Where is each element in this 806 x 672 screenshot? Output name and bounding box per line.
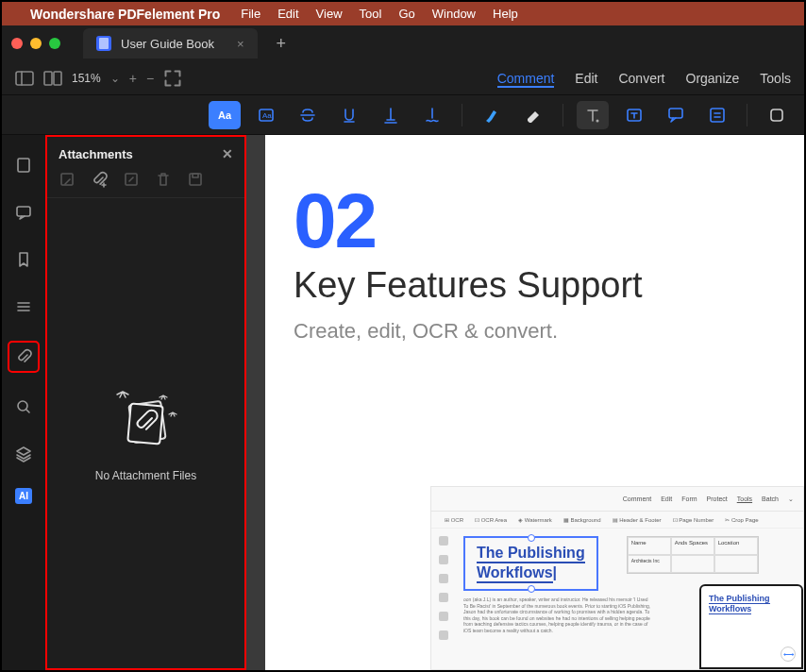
ribbon: Aa Aa: [2, 95, 804, 135]
attachments-panel: Attachments ✕: [45, 135, 246, 670]
thumbnails-icon[interactable]: [10, 152, 37, 178]
app-name[interactable]: Wondershare PDFelement Pro: [30, 7, 220, 22]
menu-tool[interactable]: Tool: [360, 7, 382, 21]
attachments-empty-icon: [109, 384, 184, 450]
close-window-button[interactable]: [11, 38, 23, 49]
highlight-text-icon[interactable]: Aa: [250, 101, 282, 129]
svg-rect-14: [18, 159, 29, 172]
panel-title: Attachments: [59, 147, 133, 161]
empty-text: No Attachment Files: [95, 469, 196, 482]
note-icon[interactable]: [701, 101, 733, 129]
close-panel-icon[interactable]: ✕: [222, 146, 233, 161]
search-icon[interactable]: [10, 394, 37, 420]
mac-menubar: Wondershare PDFelement Pro File Edit Vie…: [2, 2, 804, 25]
titlebar: User Guide Book × +: [2, 25, 804, 61]
bookmarks-icon[interactable]: [10, 246, 37, 273]
svg-rect-1: [16, 72, 33, 85]
panel-actions: [47, 167, 244, 198]
mode-comment[interactable]: Comment: [497, 71, 555, 86]
open-attachment-icon[interactable]: [59, 171, 76, 188]
chevron-down-icon[interactable]: ⌄: [110, 72, 120, 85]
app-window: User Guide Book × + 151% ⌄ + − Comment E…: [2, 25, 804, 670]
svg-line-20: [26, 410, 29, 412]
squiggly-underline-icon[interactable]: [416, 101, 448, 129]
fit-page-icon[interactable]: [163, 71, 182, 86]
eraser-icon[interactable]: [517, 101, 549, 129]
svg-rect-15: [17, 207, 30, 216]
svg-text:Aa: Aa: [262, 111, 272, 120]
doc-icon: [96, 36, 111, 51]
menu-view[interactable]: View: [316, 7, 343, 21]
shape-tool-icon[interactable]: [761, 101, 793, 129]
main-area: AI Attachments ✕: [2, 135, 804, 670]
workflow-text-box: The Publishing Workflows|: [463, 536, 598, 591]
mode-convert[interactable]: Convert: [618, 71, 664, 86]
section-number: 02: [294, 182, 776, 260]
document-viewport[interactable]: 02 ABC Key Features Support Create, edit…: [246, 135, 804, 670]
minimize-window-button[interactable]: [30, 38, 42, 49]
mode-edit[interactable]: Edit: [575, 71, 597, 86]
sample-paragraph: oon (aka J.L) is an author, speaker, wri…: [463, 596, 652, 633]
section-subtitle: Create, edit, OCR & convert.: [294, 319, 776, 344]
comments-panel-icon[interactable]: [10, 199, 37, 226]
zoom-out-button[interactable]: −: [146, 71, 154, 86]
caret-annotate-icon[interactable]: [375, 101, 407, 129]
layers-icon[interactable]: [10, 441, 37, 467]
text-annotate-button[interactable]: Aa: [209, 101, 241, 129]
delete-attachment-icon[interactable]: [155, 171, 172, 188]
tab-title: User Guide Book: [121, 37, 214, 51]
top-toolbar: 151% ⌄ + − Comment Edit Convert Organize…: [2, 61, 804, 95]
svg-rect-23: [190, 174, 201, 185]
svg-rect-3: [44, 72, 52, 85]
svg-rect-13: [771, 109, 782, 121]
menu-go[interactable]: Go: [398, 7, 414, 21]
attachments-icon[interactable]: [8, 341, 40, 373]
panel-empty-state: No Attachment Files: [47, 198, 244, 668]
maximize-window-button[interactable]: [49, 38, 60, 49]
mode-organize[interactable]: Organize: [686, 71, 740, 86]
text-tool-icon[interactable]: [577, 101, 609, 129]
left-rail: AI: [2, 135, 45, 670]
new-tab-button[interactable]: +: [277, 34, 287, 54]
zoom-control[interactable]: 151% ⌄ + −: [72, 71, 182, 86]
add-attachment-icon[interactable]: [91, 171, 108, 188]
svg-rect-9: [669, 109, 682, 118]
menu-window[interactable]: Window: [432, 7, 476, 21]
svg-rect-21: [61, 174, 73, 185]
strikethrough-icon[interactable]: [292, 101, 324, 129]
zoom-value: 151%: [72, 72, 101, 85]
two-page-view-icon[interactable]: [43, 71, 62, 86]
text-box-icon[interactable]: [618, 101, 650, 129]
fields-icon[interactable]: [10, 294, 37, 320]
sidebar-toggle-icon[interactable]: [15, 71, 34, 86]
save-attachment-icon[interactable]: [187, 171, 204, 188]
highlighter-pen-icon[interactable]: [476, 101, 508, 129]
device-mockup: The Publishing Workflows ⟷: [699, 584, 803, 669]
traffic-lights: [11, 38, 60, 49]
page-content: 02 ABC Key Features Support Create, edit…: [265, 135, 804, 670]
menu-file[interactable]: File: [241, 7, 260, 21]
zoom-in-button[interactable]: +: [129, 71, 137, 86]
svg-rect-4: [54, 72, 61, 85]
svg-rect-0: [99, 38, 109, 49]
underline-icon[interactable]: [333, 101, 365, 129]
embedded-screenshot: Comment Edit Form Protect Tools Batch ⌄ …: [430, 486, 804, 670]
menu-edit[interactable]: Edit: [277, 7, 298, 21]
document-tab[interactable]: User Guide Book ×: [83, 28, 258, 59]
svg-rect-10: [711, 109, 724, 122]
svg-rect-24: [193, 174, 198, 177]
edit-attachment-icon[interactable]: [123, 171, 140, 188]
menu-help[interactable]: Help: [493, 7, 518, 21]
section-title: Key Features Support: [294, 265, 776, 306]
svg-point-7: [596, 119, 599, 122]
close-tab-icon[interactable]: ×: [237, 37, 244, 51]
callout-icon[interactable]: [660, 101, 692, 129]
mode-tools[interactable]: Tools: [760, 71, 791, 86]
ai-button[interactable]: AI: [15, 488, 32, 504]
